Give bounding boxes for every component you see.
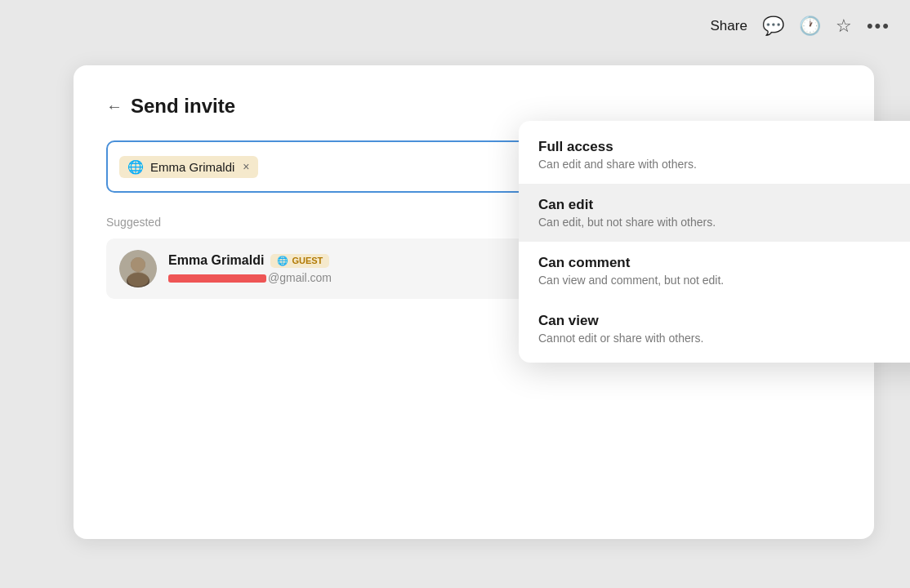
back-button[interactable]: ← [106,97,123,116]
send-invite-modal: ← Send invite 🌐 Emma Grimaldi × Can edit… [74,65,874,539]
share-label: Share [711,18,747,34]
svg-point-3 [131,257,145,272]
permission-menu: Full access Can edit and share with othe… [519,121,910,363]
recipient-tag: 🌐 Emma Grimaldi × [119,156,258,178]
avatar [119,250,157,287]
toolbar: Share 💬 🕐 ☆ ••• [0,0,910,52]
suggestion-name: Emma Grimaldi [168,253,264,268]
can-comment-desc: Can view and comment, but not edit. [538,274,910,287]
avatar-svg [119,250,157,287]
badge-label: GUEST [292,256,323,265]
recipient-name: Emma Grimaldi [150,160,234,174]
can-edit-title: Can edit [538,197,910,213]
svg-point-4 [127,272,149,287]
can-comment-title: Can comment [538,255,910,271]
remove-tag-button[interactable]: × [243,160,249,173]
dropdown-item-full-access[interactable]: Full access Can edit and share with othe… [519,126,910,184]
can-view-title: Can view [538,313,910,329]
suggestion-email: @gmail.com [168,271,332,284]
dropdown-item-can-view[interactable]: Can view Cannot edit or share with other… [519,300,910,358]
history-icon[interactable]: 🕐 [799,16,821,37]
suggestion-item[interactable]: Emma Grimaldi 🌐 GUEST @gmail.com [106,238,547,299]
full-access-desc: Can edit and share with others. [538,158,910,171]
full-access-title: Full access [538,139,910,155]
globe-icon: 🌐 [127,159,144,175]
can-view-desc: Cannot edit or share with others. [538,332,910,345]
badge-globe-icon: 🌐 [277,256,288,266]
comment-icon[interactable]: 💬 [762,16,784,37]
dropdown-item-can-edit[interactable]: Can edit Can edit, but not share with ot… [519,184,910,242]
star-icon[interactable]: ☆ [836,16,852,37]
modal-title: Send invite [131,95,235,118]
guest-badge: 🌐 GUEST [270,254,329,268]
suggestion-name-row: Emma Grimaldi 🌐 GUEST [168,253,332,268]
more-icon[interactable]: ••• [867,16,890,37]
modal-header: ← Send invite [106,95,841,118]
suggestion-info: Emma Grimaldi 🌐 GUEST @gmail.com [168,253,332,284]
dropdown-item-can-comment[interactable]: Can comment Can view and comment, but no… [519,242,910,300]
can-edit-desc: Can edit, but not share with others. [538,216,910,229]
email-redacted [168,274,266,283]
